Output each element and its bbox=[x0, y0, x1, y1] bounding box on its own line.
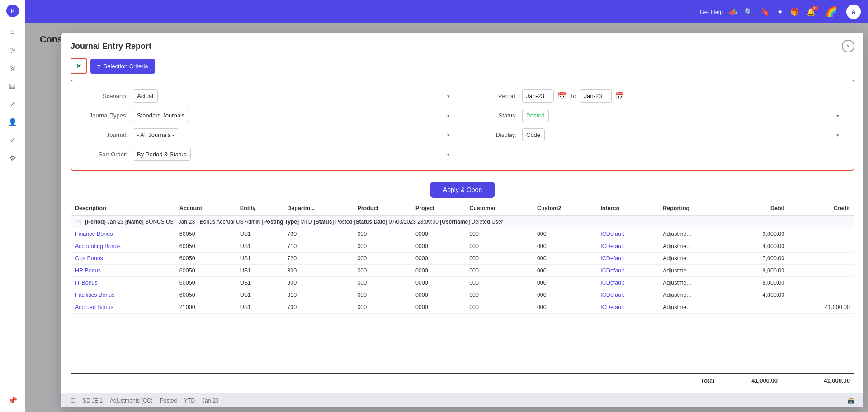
tab-selection-criteria[interactable]: ≡ Selection Criteria bbox=[90, 59, 155, 74]
sidebar-item-clock[interactable]: ◷ bbox=[5, 42, 21, 58]
total-debit: 41,000.00 bbox=[732, 377, 778, 384]
modal-header: Journal Entry Report × bbox=[61, 33, 863, 52]
apply-open-button[interactable]: Apply & Open bbox=[430, 182, 495, 198]
display-select[interactable]: Code bbox=[522, 128, 545, 141]
notification-count: 8 bbox=[812, 6, 818, 10]
sort-order-select[interactable]: By Period & Status bbox=[133, 148, 191, 161]
sidebar-item-grid[interactable]: ▦ bbox=[5, 78, 21, 94]
sidebar-item-person[interactable]: 👤 bbox=[5, 114, 21, 130]
row-entity: US1 bbox=[236, 228, 283, 240]
journal-info-cell[interactable]: 📄 [Period] Jan-23 [Name] BONUS US - Jan-… bbox=[71, 215, 854, 228]
main-content: Consolidation Control Panel Journal Entr… bbox=[25, 23, 868, 412]
calendar-from-icon[interactable]: 📅 bbox=[557, 92, 566, 100]
sidebar-item-target[interactable]: ◎ bbox=[5, 60, 21, 76]
table-row: Finance Bonus 60050 US1 700 000 0000 000… bbox=[71, 228, 854, 240]
status-item-icon[interactable]: 🗃️ bbox=[848, 398, 854, 404]
sidebar-pin-icon[interactable]: 📌 bbox=[5, 392, 21, 408]
apply-section: Apply & Open bbox=[61, 176, 863, 201]
status-select-wrapper: Posted bbox=[522, 109, 843, 122]
search-icon[interactable]: 🔍 bbox=[745, 8, 754, 16]
app-icon: 🌈 bbox=[823, 4, 839, 20]
status-item-4: Posted bbox=[160, 398, 177, 404]
form-grid: Scenario: Actual Journal Types: bbox=[82, 89, 843, 161]
tab-criteria-label: Selection Criteria bbox=[104, 63, 148, 70]
row-interco[interactable]: ICDefault bbox=[596, 228, 658, 240]
sidebar-item-settings[interactable]: ⚙ bbox=[5, 150, 21, 166]
svg-text:P: P bbox=[10, 7, 14, 14]
excel-export-button[interactable]: ✕ bbox=[71, 58, 87, 74]
display-select-wrapper: Code bbox=[522, 128, 843, 141]
sidebar-item-chart[interactable]: ↗ bbox=[5, 96, 21, 112]
journal-select-wrapper: - All Journals - bbox=[133, 128, 453, 141]
status-item-3: Adjustments (CC) bbox=[110, 398, 153, 404]
total-credit: 41,000.00 bbox=[805, 377, 850, 384]
table-row: IT Bonus 60050US19000000000000000 ICDefa… bbox=[71, 277, 854, 289]
status-select[interactable]: Posted bbox=[522, 109, 549, 122]
period-to-input[interactable] bbox=[580, 89, 612, 103]
row-description[interactable]: Finance Bonus bbox=[71, 228, 175, 240]
topbar-icons: 📣 🔍 🔖 ✦ 🎁 🔔 8 🌈 A bbox=[728, 4, 861, 20]
table-scroll[interactable]: Description Account Entity Departm... Pr… bbox=[71, 201, 854, 373]
status-item-1: ☐ bbox=[71, 398, 75, 404]
modal-tabs: ✕ ≡ Selection Criteria bbox=[61, 52, 863, 74]
journal-types-select[interactable]: Standard Journals bbox=[133, 109, 189, 122]
table-section: Description Account Entity Departm... Pr… bbox=[61, 201, 863, 393]
col-account: Account bbox=[175, 201, 236, 215]
compass-icon[interactable]: ✦ bbox=[777, 8, 783, 16]
criteria-form: Scenario: Actual Journal Types: bbox=[71, 80, 854, 171]
scenario-select[interactable]: Actual bbox=[133, 89, 158, 103]
journal-select[interactable]: - All Journals - bbox=[133, 128, 179, 141]
period-to-label: To bbox=[570, 93, 576, 99]
period-from-input[interactable] bbox=[522, 89, 554, 103]
tab-criteria-icon: ≡ bbox=[97, 63, 101, 70]
status-item-5: YTD bbox=[184, 398, 195, 404]
row-project: 0000 bbox=[411, 228, 465, 240]
modal-title: Journal Entry Report bbox=[71, 42, 151, 51]
modal-close-button[interactable]: × bbox=[842, 40, 854, 52]
row-credit bbox=[789, 228, 854, 240]
notification-bell[interactable]: 🔔 8 bbox=[807, 8, 816, 16]
status-label: Status: bbox=[472, 112, 517, 119]
row-product: 000 bbox=[353, 228, 411, 240]
col-credit: Credit bbox=[789, 201, 854, 215]
user-avatar[interactable]: A bbox=[846, 5, 861, 19]
status-item-2: SD JE 1 bbox=[83, 398, 103, 404]
logo[interactable]: P bbox=[5, 4, 20, 18]
excel-icon: ✕ bbox=[76, 62, 81, 70]
table-row: Ops Bonus 60050US17200000000000000 ICDef… bbox=[71, 253, 854, 265]
row-description[interactable]: Accounting Bonus bbox=[71, 240, 175, 253]
journal-entry-modal: Journal Entry Report × ✕ ≡ Selection Cri… bbox=[61, 33, 863, 407]
table-row: Accounting Bonus 60050US1710000000000000… bbox=[71, 240, 854, 253]
table-footer: Total 41,000.00 41,000.00 bbox=[71, 373, 854, 388]
col-description: Description bbox=[71, 201, 175, 215]
bottom-status-bar: ☐ SD JE 1 Adjustments (CC) Posted YTD Ja… bbox=[61, 393, 863, 407]
col-debit: Debit bbox=[730, 201, 789, 215]
row-custom2: 000 bbox=[533, 228, 596, 240]
sidebar-item-home[interactable]: ⌂ bbox=[5, 23, 21, 40]
col-product: Product bbox=[353, 201, 411, 215]
col-custom2: Custom2 bbox=[533, 201, 596, 215]
row-reporting: Adjustme... bbox=[658, 228, 730, 240]
row-debit: 9,000.00 bbox=[730, 228, 789, 240]
table-body: 📄 [Period] Jan-23 [Name] BONUS US - Jan-… bbox=[71, 215, 854, 314]
row-dept: 700 bbox=[283, 228, 353, 240]
calendar-to-icon[interactable]: 📅 bbox=[615, 92, 624, 100]
status-item-6: Jan-23 bbox=[202, 398, 219, 404]
scenario-select-wrapper: Actual bbox=[133, 89, 453, 103]
gift-icon[interactable]: 🎁 bbox=[790, 8, 799, 16]
status-row: Status: Posted bbox=[472, 109, 843, 122]
display-label: Display: bbox=[472, 131, 517, 138]
topbar: Get Help 📣 🔍 🔖 ✦ 🎁 🔔 8 🌈 A bbox=[0, 0, 868, 23]
row-customer: 000 bbox=[465, 228, 533, 240]
sidebar-item-check[interactable]: ✓ bbox=[5, 132, 21, 148]
journal-info-row: 📄 [Period] Jan-23 [Name] BONUS US - Jan-… bbox=[71, 215, 854, 228]
help-link[interactable]: Get Help bbox=[700, 9, 723, 15]
journal-row: Journal: - All Journals - bbox=[82, 128, 453, 141]
row-account: 60050 bbox=[175, 228, 236, 240]
journal-table: Description Account Entity Departm... Pr… bbox=[71, 201, 854, 314]
journal-label: Journal: bbox=[82, 131, 127, 138]
table-row: Facilities Bonus 60050US1910000000000000… bbox=[71, 289, 854, 301]
col-interco: Interco bbox=[596, 201, 658, 215]
bookmark-icon[interactable]: 🔖 bbox=[761, 8, 770, 16]
megaphone-icon[interactable]: 📣 bbox=[728, 8, 737, 16]
